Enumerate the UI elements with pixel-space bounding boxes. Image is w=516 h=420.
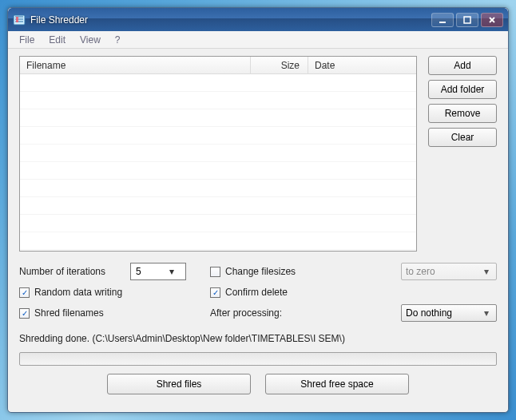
filesizes-select[interactable]: to zero ▾ [401,263,497,280]
change-filesizes-checkbox[interactable] [210,267,220,277]
clear-button[interactable]: Clear [428,128,497,147]
shred-files-button[interactable]: Shred files [107,374,251,394]
remove-button[interactable]: Remove [428,104,497,123]
list-header: Filename Size Date [20,57,416,74]
options-grid: Number of iterations 5 ▾ Change filesize… [19,263,497,322]
maximize-icon [463,16,471,24]
menubar: File Edit View ? [8,31,508,49]
side-buttons: Add Add folder Remove Clear [428,56,497,252]
progress-bar [19,352,497,366]
after-processing-select[interactable]: Do nothing ▾ [401,304,497,322]
svg-rect-3 [464,17,470,23]
chevron-down-icon: ▾ [481,305,492,321]
shred-filenames-label: Shred filenames [34,307,104,319]
titlebar[interactable]: File Shredder [8,8,508,31]
confirm-delete-label: Confirm delete [225,287,288,298]
menu-edit[interactable]: Edit [42,32,72,48]
iterations-value: 5 [131,266,158,277]
svg-rect-2 [439,22,446,23]
random-writing-option[interactable]: ✓ Random data writing [19,287,210,298]
after-processing-value: Do nothing [406,307,481,319]
window-controls [431,13,503,27]
confirm-delete-option[interactable]: ✓ Confirm delete [210,287,401,298]
close-button[interactable] [481,13,503,27]
window-title: File Shredder [30,14,431,26]
after-processing-label: After processing: [210,307,282,319]
random-writing-checkbox[interactable]: ✓ [19,287,30,298]
menu-view[interactable]: View [73,32,107,48]
app-icon [13,14,26,26]
change-filesizes-label: Change filesizes [225,266,296,277]
chevron-down-icon: ▾ [481,263,492,279]
chevron-down-icon: ▾ [158,263,185,279]
shred-filenames-checkbox[interactable]: ✓ [19,308,30,319]
status-text: Shredding done. (C:\Users\Admin\Desktop\… [19,333,497,344]
maximize-button[interactable] [456,13,478,27]
minimize-button[interactable] [431,13,454,27]
after-processing-row: After processing: [210,307,401,319]
iterations-row: Number of iterations 5 ▾ [19,263,210,280]
iterations-label: Number of iterations [19,266,105,277]
iterations-input[interactable]: 5 ▾ [130,263,186,280]
minimize-icon [439,16,447,24]
shred-filenames-option[interactable]: ✓ Shred filenames [19,307,210,319]
menu-file[interactable]: File [13,32,41,48]
confirm-delete-checkbox[interactable]: ✓ [210,287,220,298]
list-body[interactable] [20,74,416,251]
random-writing-label: Random data writing [34,287,122,298]
menu-help[interactable]: ? [109,32,127,48]
window: File Shredder File Edit View ? Filename … [7,7,509,413]
column-date[interactable]: Date [308,57,416,73]
top-row: Filename Size Date Add Add folder Remove… [19,56,497,252]
change-filesizes-option[interactable]: Change filesizes [210,266,401,277]
bottom-buttons: Shred files Shred free space [19,374,497,394]
column-filename[interactable]: Filename [20,57,251,73]
close-icon [488,16,496,24]
client-area: Filename Size Date Add Add folder Remove… [8,49,508,412]
filesizes-select-value: to zero [406,266,481,277]
file-list[interactable]: Filename Size Date [19,56,417,252]
shred-free-space-button[interactable]: Shred free space [265,374,409,394]
add-folder-button[interactable]: Add folder [428,80,497,99]
svg-rect-1 [16,17,18,22]
add-button[interactable]: Add [428,56,497,75]
column-size[interactable]: Size [251,57,308,73]
